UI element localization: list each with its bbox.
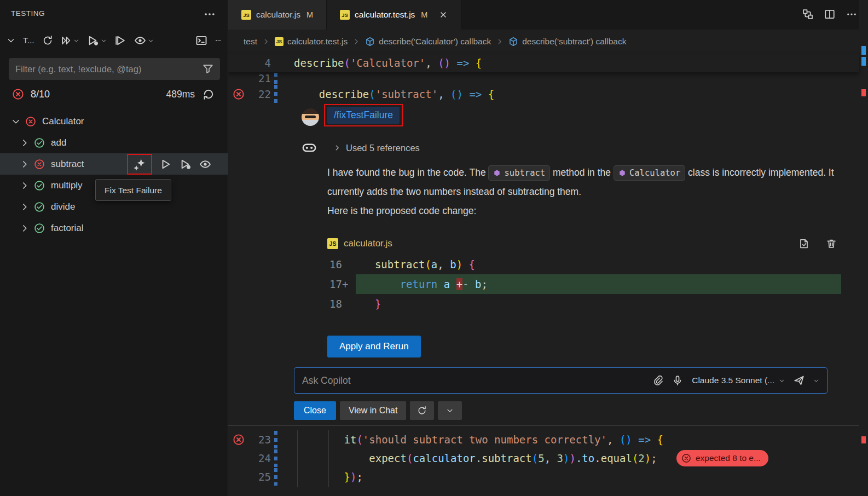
references-row: Used 5 references bbox=[294, 140, 841, 155]
chevron-right-icon[interactable] bbox=[20, 159, 30, 169]
more-actions-icon[interactable] bbox=[204, 8, 216, 20]
overview-mark-error bbox=[861, 89, 866, 96]
pass-circle-icon bbox=[34, 223, 45, 234]
line-number: 25 bbox=[242, 468, 271, 486]
test-duration: 489ms bbox=[166, 89, 195, 100]
sparkle-icon[interactable] bbox=[133, 158, 146, 171]
chevron-down-icon[interactable] bbox=[11, 117, 21, 126]
breadcrumb: testJScalculator.test.jsdescribe('Calcul… bbox=[228, 30, 859, 54]
section-label[interactable]: T... bbox=[23, 36, 34, 45]
line-number: 17+ bbox=[327, 274, 356, 294]
code-block-filename[interactable]: calculator.js bbox=[344, 238, 392, 249]
test-error-annotation[interactable]: expected 8 to e... bbox=[676, 450, 768, 466]
more-actions-icon[interactable] bbox=[846, 9, 857, 20]
inline-chat-widget: /fixTestFailure Used 5 references I have… bbox=[294, 107, 841, 420]
more-actions-icon[interactable] bbox=[215, 36, 221, 45]
error-circle-icon bbox=[25, 116, 36, 127]
code-line-21: 21 bbox=[228, 72, 859, 84]
test-item-factorial[interactable]: factorial bbox=[0, 217, 228, 239]
testing-toolbar: T... bbox=[0, 28, 228, 53]
code-reference-chip[interactable]: subtract bbox=[488, 165, 550, 181]
tab-bar: JScalculator.jsMJScalculator.test.jsM bbox=[228, 0, 868, 30]
model-picker[interactable]: Claude 3.5 Sonnet (... bbox=[692, 376, 785, 385]
tab-calculator-js[interactable]: JScalculator.jsM bbox=[228, 0, 327, 30]
compare-changes-icon[interactable] bbox=[802, 9, 813, 20]
filter-icon[interactable] bbox=[202, 64, 213, 74]
view-in-chat-button[interactable]: View in Chat bbox=[340, 401, 407, 420]
pass-circle-icon bbox=[34, 201, 45, 212]
refresh-icon bbox=[417, 406, 427, 416]
chat-options-button[interactable] bbox=[438, 401, 462, 420]
close-icon[interactable] bbox=[439, 10, 448, 19]
code-text: } bbox=[356, 294, 841, 314]
tabs: JScalculator.jsMJScalculator.test.jsM bbox=[228, 0, 868, 30]
apply-in-editor-icon[interactable] bbox=[798, 238, 809, 249]
watch-tests-button[interactable] bbox=[134, 34, 154, 47]
model-label: Claude 3.5 Sonnet (... bbox=[692, 376, 774, 385]
error-circle-icon bbox=[12, 88, 24, 100]
test-item-add[interactable]: add bbox=[0, 132, 228, 153]
js-file-icon: JS bbox=[241, 10, 251, 20]
play-icon[interactable] bbox=[160, 158, 172, 170]
test-item-subtract[interactable]: subtract bbox=[0, 153, 228, 175]
test-label: Calculator bbox=[42, 116, 84, 127]
run-tests-button[interactable] bbox=[61, 35, 79, 46]
eye-icon[interactable] bbox=[199, 158, 211, 170]
js-file-icon: JS bbox=[340, 10, 350, 20]
breadcrumb-item[interactable]: describe('Calculator') callback bbox=[365, 37, 491, 47]
test-item-calculator[interactable]: Calculator bbox=[0, 111, 228, 132]
chevron-right-icon[interactable] bbox=[20, 181, 30, 191]
apply-and-rerun-button[interactable]: Apply and Rerun bbox=[327, 336, 421, 357]
mic-icon[interactable] bbox=[672, 375, 683, 386]
tab-calculator-test-js[interactable]: JScalculator.test.jsM bbox=[327, 0, 461, 30]
breadcrumb-item[interactable]: test bbox=[244, 37, 257, 47]
send-options-chevron-icon[interactable] bbox=[813, 378, 819, 384]
references-toggle[interactable]: Used 5 references bbox=[333, 143, 420, 153]
chat-input[interactable] bbox=[294, 375, 652, 387]
chat-range-decoration bbox=[274, 73, 277, 84]
test-results-count: 8/10 bbox=[31, 89, 50, 100]
test-label: add bbox=[51, 137, 66, 148]
send-icon[interactable] bbox=[794, 375, 805, 386]
chevron-right-icon[interactable] bbox=[20, 138, 30, 148]
chat-command[interactable]: /fixTestFailure bbox=[327, 107, 400, 124]
chevron-down-icon bbox=[148, 38, 154, 44]
rerun-last-icon[interactable] bbox=[202, 88, 215, 100]
eye-icon bbox=[134, 34, 146, 47]
debug-tests-button[interactable] bbox=[87, 34, 107, 47]
more-icon bbox=[215, 36, 221, 45]
code-text: expect(calculator.subtract(5, 3)).to.equ… bbox=[294, 449, 657, 468]
overview-mark-modified bbox=[861, 46, 866, 55]
pass-circle-icon bbox=[34, 180, 45, 191]
chevron-down-icon[interactable] bbox=[7, 36, 15, 45]
symbol-method-icon bbox=[493, 169, 501, 177]
breadcrumb-item[interactable]: JScalculator.test.js bbox=[275, 37, 348, 47]
scrollbar[interactable] bbox=[859, 0, 868, 496]
discard-icon[interactable] bbox=[826, 238, 837, 249]
open-panel-icon[interactable] bbox=[195, 34, 207, 47]
chevron-down-icon bbox=[73, 38, 79, 44]
tab-label: calculator.js bbox=[256, 10, 300, 20]
line-number: 21 bbox=[242, 72, 271, 84]
debug-run-icon[interactable] bbox=[180, 158, 192, 170]
tooltip: Fix Test Failure bbox=[95, 179, 171, 201]
testing-sidebar: TESTING T... bbox=[0, 0, 228, 496]
code-block-actions bbox=[798, 238, 841, 249]
chevron-right-icon[interactable] bbox=[20, 223, 30, 233]
refresh-tests-icon[interactable] bbox=[42, 35, 53, 46]
code-line-4: 4describe('Calculator', () => { bbox=[228, 54, 859, 72]
chevron-right-icon[interactable] bbox=[20, 202, 30, 212]
cube-icon bbox=[365, 37, 375, 47]
filter-input[interactable] bbox=[9, 64, 202, 74]
run-coverage-icon[interactable] bbox=[114, 34, 126, 47]
code-line-23: 23 it('should subtract two numbers corre… bbox=[228, 430, 859, 449]
code-reference-chip[interactable]: Calculator bbox=[614, 165, 685, 181]
split-editor-icon[interactable] bbox=[824, 9, 835, 20]
line-number: 4 bbox=[242, 54, 271, 72]
breadcrumb-item[interactable]: describe('subtract') callback bbox=[508, 37, 626, 47]
attach-context-icon[interactable] bbox=[652, 375, 663, 386]
rerun-request-button[interactable] bbox=[410, 401, 434, 420]
close-button[interactable]: Close bbox=[294, 401, 336, 420]
annotation-text: expected 8 to e... bbox=[696, 449, 761, 468]
line-number: 16 bbox=[327, 255, 356, 274]
